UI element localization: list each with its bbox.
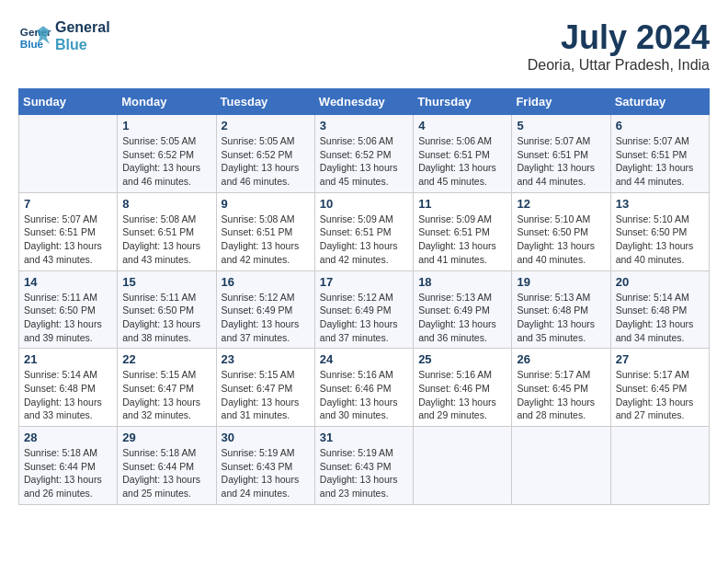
day-number: 28: [24, 431, 112, 444]
day-number: 15: [122, 275, 210, 289]
calendar-cell: 12 Sunrise: 5:10 AMSunset: 6:50 PMDaylig…: [512, 192, 610, 270]
calendar-cell: 29 Sunrise: 5:18 AMSunset: 6:44 PMDaylig…: [118, 427, 216, 505]
calendar-table: SundayMondayTuesdayWednesdayThursdayFrid…: [18, 88, 710, 505]
day-info: Sunrise: 5:13 AMSunset: 6:48 PMDaylight:…: [517, 291, 605, 345]
day-info: Sunrise: 5:15 AMSunset: 6:47 PMDaylight:…: [122, 368, 210, 422]
calendar-cell: 15 Sunrise: 5:11 AMSunset: 6:50 PMDaylig…: [118, 270, 216, 349]
calendar-cell: 5 Sunrise: 5:07 AMSunset: 6:51 PMDayligh…: [512, 115, 610, 193]
calendar-cell: [512, 427, 610, 505]
day-header-friday: Friday: [512, 89, 610, 115]
day-number: 29: [122, 431, 210, 444]
day-number: 16: [222, 275, 310, 289]
calendar-week-row: 21 Sunrise: 5:14 AMSunset: 6:48 PMDaylig…: [19, 349, 710, 427]
day-number: 26: [517, 352, 605, 366]
day-info: Sunrise: 5:09 AMSunset: 6:51 PMDaylight:…: [418, 213, 506, 267]
day-number: 9: [222, 197, 310, 211]
calendar-cell: 19 Sunrise: 5:13 AMSunset: 6:48 PMDaylig…: [512, 270, 610, 349]
calendar-cell: 7 Sunrise: 5:07 AMSunset: 6:51 PMDayligh…: [19, 192, 118, 270]
calendar-cell: 30 Sunrise: 5:19 AMSunset: 6:43 PMDaylig…: [216, 427, 314, 505]
day-info: Sunrise: 5:08 AMSunset: 6:51 PMDaylight:…: [122, 213, 210, 267]
calendar-week-row: 14 Sunrise: 5:11 AMSunset: 6:50 PMDaylig…: [19, 270, 710, 349]
day-number: 12: [517, 197, 605, 211]
day-header-tuesday: Tuesday: [216, 89, 314, 115]
calendar-cell: 27 Sunrise: 5:17 AMSunset: 6:45 PMDaylig…: [610, 349, 709, 427]
calendar-cell: [610, 427, 709, 505]
day-info: Sunrise: 5:18 AMSunset: 6:44 PMDaylight:…: [122, 446, 210, 500]
calendar-cell: 4 Sunrise: 5:06 AMSunset: 6:51 PMDayligh…: [414, 115, 512, 193]
day-number: 7: [24, 197, 112, 211]
day-number: 14: [24, 275, 112, 289]
day-number: 11: [418, 197, 506, 211]
day-info: Sunrise: 5:07 AMSunset: 6:51 PMDaylight:…: [517, 134, 605, 189]
day-info: Sunrise: 5:07 AMSunset: 6:51 PMDaylight:…: [24, 213, 112, 267]
day-number: 1: [122, 119, 210, 132]
day-info: Sunrise: 5:12 AMSunset: 6:49 PMDaylight:…: [222, 291, 310, 345]
calendar-cell: 2 Sunrise: 5:05 AMSunset: 6:52 PMDayligh…: [216, 115, 314, 193]
day-number: 27: [616, 352, 704, 366]
day-info: Sunrise: 5:16 AMSunset: 6:46 PMDaylight:…: [320, 368, 408, 422]
day-info: Sunrise: 5:13 AMSunset: 6:49 PMDaylight:…: [418, 291, 506, 345]
calendar-cell: 20 Sunrise: 5:14 AMSunset: 6:48 PMDaylig…: [610, 270, 709, 349]
day-number: 10: [320, 197, 408, 211]
day-number: 19: [517, 275, 605, 289]
day-number: 18: [418, 275, 506, 289]
day-number: 3: [320, 119, 408, 132]
calendar-cell: 25 Sunrise: 5:16 AMSunset: 6:46 PMDaylig…: [414, 349, 512, 427]
day-number: 4: [418, 119, 506, 132]
day-info: Sunrise: 5:11 AMSunset: 6:50 PMDaylight:…: [24, 291, 112, 345]
day-header-thursday: Thursday: [414, 89, 512, 115]
logo: General Blue General Blue: [18, 18, 110, 53]
calendar-cell: 3 Sunrise: 5:06 AMSunset: 6:52 PMDayligh…: [314, 115, 413, 193]
title-block: July 2024 Deoria, Uttar Pradesh, India: [528, 18, 710, 74]
calendar-cell: 10 Sunrise: 5:09 AMSunset: 6:51 PMDaylig…: [314, 192, 413, 270]
day-info: Sunrise: 5:18 AMSunset: 6:44 PMDaylight:…: [24, 446, 112, 500]
day-number: 6: [616, 119, 704, 132]
day-info: Sunrise: 5:09 AMSunset: 6:51 PMDaylight:…: [320, 213, 408, 267]
day-info: Sunrise: 5:10 AMSunset: 6:50 PMDaylight:…: [616, 213, 704, 267]
day-number: 25: [418, 352, 506, 366]
calendar-cell: [414, 427, 512, 505]
day-number: 23: [222, 352, 310, 366]
day-header-wednesday: Wednesday: [314, 89, 413, 115]
logo-general: General: [55, 18, 110, 36]
calendar-cell: 28 Sunrise: 5:18 AMSunset: 6:44 PMDaylig…: [19, 427, 118, 505]
day-number: 20: [616, 275, 704, 289]
location: Deoria, Uttar Pradesh, India: [528, 57, 710, 74]
calendar-cell: 16 Sunrise: 5:12 AMSunset: 6:49 PMDaylig…: [216, 270, 314, 349]
day-number: 30: [222, 431, 310, 444]
calendar-cell: 26 Sunrise: 5:17 AMSunset: 6:45 PMDaylig…: [512, 349, 610, 427]
calendar-cell: 14 Sunrise: 5:11 AMSunset: 6:50 PMDaylig…: [19, 270, 118, 349]
day-number: 22: [122, 352, 210, 366]
calendar-cell: 21 Sunrise: 5:14 AMSunset: 6:48 PMDaylig…: [19, 349, 118, 427]
day-info: Sunrise: 5:19 AMSunset: 6:43 PMDaylight:…: [222, 446, 310, 500]
calendar-cell: 6 Sunrise: 5:07 AMSunset: 6:51 PMDayligh…: [610, 115, 709, 193]
day-header-monday: Monday: [118, 89, 216, 115]
day-number: 31: [320, 431, 408, 444]
day-header-sunday: Sunday: [19, 89, 118, 115]
calendar-cell: 23 Sunrise: 5:15 AMSunset: 6:47 PMDaylig…: [216, 349, 314, 427]
day-number: 24: [320, 352, 408, 366]
day-info: Sunrise: 5:06 AMSunset: 6:51 PMDaylight:…: [418, 134, 506, 189]
day-info: Sunrise: 5:15 AMSunset: 6:47 PMDaylight:…: [222, 368, 310, 422]
day-info: Sunrise: 5:08 AMSunset: 6:51 PMDaylight:…: [222, 213, 310, 267]
calendar-cell: 17 Sunrise: 5:12 AMSunset: 6:49 PMDaylig…: [314, 270, 413, 349]
day-number: 21: [24, 352, 112, 366]
calendar-cell: 13 Sunrise: 5:10 AMSunset: 6:50 PMDaylig…: [610, 192, 709, 270]
calendar-cell: 24 Sunrise: 5:16 AMSunset: 6:46 PMDaylig…: [314, 349, 413, 427]
calendar-cell: 1 Sunrise: 5:05 AMSunset: 6:52 PMDayligh…: [118, 115, 216, 193]
calendar-header-row: SundayMondayTuesdayWednesdayThursdayFrid…: [19, 89, 710, 115]
calendar-week-row: 28 Sunrise: 5:18 AMSunset: 6:44 PMDaylig…: [19, 427, 710, 505]
day-info: Sunrise: 5:11 AMSunset: 6:50 PMDaylight:…: [122, 291, 210, 345]
day-number: 5: [517, 119, 605, 132]
month-year: July 2024: [528, 18, 710, 57]
day-info: Sunrise: 5:14 AMSunset: 6:48 PMDaylight:…: [24, 368, 112, 422]
day-info: Sunrise: 5:19 AMSunset: 6:43 PMDaylight:…: [320, 446, 408, 500]
day-info: Sunrise: 5:12 AMSunset: 6:49 PMDaylight:…: [320, 291, 408, 345]
calendar-week-row: 7 Sunrise: 5:07 AMSunset: 6:51 PMDayligh…: [19, 192, 710, 270]
logo-blue: Blue: [55, 36, 110, 53]
day-info: Sunrise: 5:05 AMSunset: 6:52 PMDaylight:…: [122, 134, 210, 189]
day-number: 8: [122, 197, 210, 211]
day-info: Sunrise: 5:16 AMSunset: 6:46 PMDaylight:…: [418, 368, 506, 422]
day-info: Sunrise: 5:06 AMSunset: 6:52 PMDaylight:…: [320, 134, 408, 189]
calendar-cell: 9 Sunrise: 5:08 AMSunset: 6:51 PMDayligh…: [216, 192, 314, 270]
